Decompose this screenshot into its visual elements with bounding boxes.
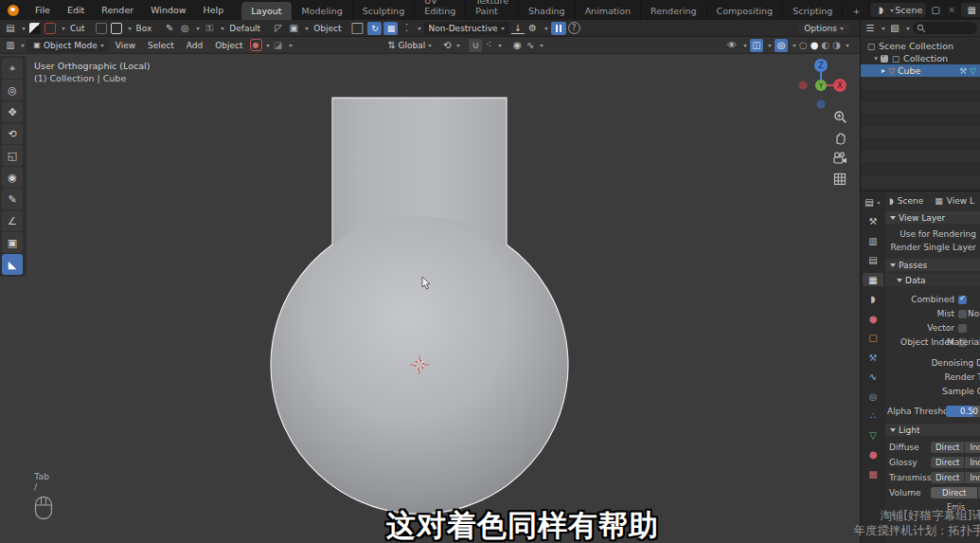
output-properties-icon[interactable]: ▤ [865,254,881,267]
menu-add[interactable]: Add [181,39,208,52]
tab-modeling[interactable]: Modeling [293,2,353,20]
import-icon[interactable]: ↓ [511,23,525,34]
physics-properties-icon[interactable]: ◎ [865,389,881,403]
behavior-label[interactable]: Default [229,24,260,33]
display-mode-icon[interactable]: ▧ [888,22,901,35]
editor-type-icon[interactable]: ▤ [865,195,881,208]
tool-cursor-icon[interactable]: ◎ [2,80,23,100]
snap-magnet-icon[interactable]: ∪ [469,39,482,52]
tool-fallback-icon[interactable]: ◪ [272,39,285,52]
row-use-for-rendering[interactable]: Use for Rendering [885,228,980,240]
tab-animation[interactable]: Animation [576,2,641,20]
outliner-row-collection[interactable]: ▾ ▢ Collection [861,52,980,64]
glossy-indirect-button[interactable]: Indirect [965,457,980,468]
tab-scripting[interactable]: Scripting [783,2,843,20]
object-cube-mesh[interactable] [256,85,587,531]
texture-properties-icon[interactable]: ▩ [865,467,881,480]
tool-rotate-icon[interactable]: ⟲ [2,123,23,144]
shape-label[interactable]: Box [136,24,152,33]
material-properties-icon[interactable]: ● [865,448,881,462]
tab-layout[interactable]: Layout [241,2,292,20]
scene-selector[interactable]: ◗ Scene [870,3,926,17]
section-light[interactable]: Light [885,424,980,436]
options-button[interactable]: Options [798,23,850,34]
expander-icon[interactable]: ▸ [882,66,885,75]
modifier-properties-icon[interactable]: ⚒ [865,351,881,364]
tool-measure-icon[interactable]: ∠ [2,210,23,231]
outliner-row-cube[interactable]: ▸ ▽ Cube ⚒ ▽ [861,64,980,77]
world-properties-icon[interactable]: ● [865,312,881,325]
section-view-layer[interactable]: View Layer [885,211,980,224]
settings-gear-icon[interactable]: ⚙ [526,22,540,35]
cursor-snap-icon[interactable]: ◸ [272,22,285,35]
glossy-direct-button[interactable]: Direct [931,457,964,468]
tab-shading[interactable]: Shading [519,2,576,20]
tool-boxcutter-icon[interactable]: ◣ [2,254,23,275]
outliner-search-input[interactable] [913,22,977,34]
new-scene-icon[interactable]: ▢ [929,4,942,17]
perspective-grid-icon[interactable] [831,171,848,188]
menu-object[interactable]: Object [209,39,248,52]
boxcutter-logo-icon[interactable] [28,22,42,35]
menu-select[interactable]: Select [142,39,180,52]
shape-red-icon[interactable] [44,22,57,35]
menu-file[interactable]: File [27,2,59,18]
menu-help[interactable]: Help [195,2,233,18]
proportional-edit-icon[interactable]: ◉ [510,39,524,52]
pan-hand-icon[interactable] [831,129,848,146]
mode-dropdown[interactable]: Non-Destructive [424,22,508,35]
mesh-data-icon[interactable]: ▽ [970,66,976,76]
camera-view-icon[interactable] [831,150,848,167]
tool-add-cube-icon[interactable]: ▣ [2,232,23,253]
vector-checkbox[interactable] [958,324,967,333]
overlays-toggle-icon[interactable]: ◎ [775,39,788,52]
particles-properties-icon[interactable]: ∴ [865,409,881,423]
view-layer-properties-icon[interactable]: ▦ [863,273,883,286]
tool-scale-icon[interactable]: ◱ [2,145,23,166]
viewport-3d[interactable]: ⌖ ◎ ✥ ⟲ ◱ ◉ ✎ ∠ ▣ ◣ User Orthographic (L… [0,54,860,543]
shading-wireframe-icon[interactable]: ○ [799,40,808,50]
row-render-single-layer[interactable]: Render Single Layer [885,242,980,253]
diffuse-indirect-button[interactable]: Indirect [965,442,980,453]
filter-icon[interactable]: ☰ [864,22,877,35]
snap-target-icon[interactable]: ⁖ [482,39,495,52]
transmission-direct-button[interactable]: Direct [931,472,964,483]
help-icon[interactable]: ? [568,22,580,34]
navigation-gizmo[interactable]: Z X Y [794,57,849,114]
smart-apply-icon[interactable]: ↻ [367,22,382,35]
modifier-wrench-icon[interactable]: ⚒ [959,66,967,76]
surface-label[interactable]: Object [313,24,341,33]
tab-add-workspace[interactable]: + [843,2,870,20]
expander-icon[interactable]: ▾ [874,54,878,63]
volume-direct-button[interactable]: Direct [931,487,977,498]
tab-sculpting[interactable]: Sculpting [353,2,415,20]
alpha-threshold-slider[interactable]: 0.50 [946,406,980,417]
tab-texture-paint[interactable]: Texture Paint [466,0,519,20]
tool-move-icon[interactable]: ✥ [2,101,23,122]
tool-annotate-icon[interactable]: ✎ [2,189,23,209]
menu-view[interactable]: View [110,39,141,52]
lock-icon[interactable]: ⚿ [203,22,216,35]
cut-mode-label[interactable]: Cut [70,24,85,33]
tab-compositing[interactable]: Compositing [707,2,784,20]
combined-checkbox[interactable] [958,296,967,304]
breadcrumb-scene[interactable]: Scene [898,196,923,206]
render-properties-icon[interactable]: ▥ [865,234,881,247]
monitor-icon[interactable]: ⃞ [352,22,365,35]
pause-icon[interactable] [551,22,566,35]
tool-transform-icon[interactable]: ◉ [2,167,23,188]
tab-rendering[interactable]: Rendering [641,2,707,20]
tool-select-box-icon[interactable]: ⌖ [2,58,23,79]
viewport-editor-icon[interactable]: ▥ [4,39,17,52]
scene-properties-icon[interactable]: ◗ [865,293,881,306]
breadcrumb-view-layer[interactable]: View L [947,196,974,206]
constraint-properties-icon[interactable]: ∿ [865,371,881,384]
menu-render[interactable]: Render [93,2,142,18]
section-passes[interactable]: Passes [885,259,980,271]
tab-uv-editing[interactable]: UV Editing [415,0,466,20]
object-data-properties-icon[interactable]: ▽ [865,428,881,442]
zoom-icon[interactable] [831,108,848,125]
transmission-indirect-button[interactable]: Indirect [965,472,980,483]
transform-orientation-value[interactable]: Global [399,41,426,50]
view-layer-selector[interactable]: ▦ View Layer [961,3,980,17]
